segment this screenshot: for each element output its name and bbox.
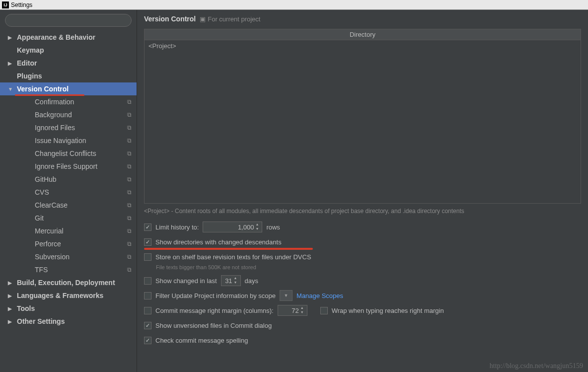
project-scope-icon: ⧉	[127, 215, 132, 222]
chevron-right-icon: ▶	[8, 61, 14, 66]
sidebar-item-label: Version Control	[17, 85, 69, 93]
sidebar-item-git[interactable]: ▶Git⧉	[0, 212, 137, 224]
store-shelf-checkbox[interactable]	[144, 253, 151, 261]
sidebar-item-ignored-files[interactable]: ▶Ignored Files⧉	[0, 121, 137, 134]
project-scope-icon: ⧉	[127, 163, 132, 170]
manage-scopes-link[interactable]: Manage Scopes	[296, 292, 343, 299]
show-changed-suffix: days	[245, 277, 258, 285]
sidebar-item-label: GitHub	[35, 175, 57, 183]
project-scope-icon: ⧉	[127, 227, 132, 234]
sidebar-item-background[interactable]: ▶Background⧉	[0, 108, 137, 121]
sidebar-item-changelist-conflicts[interactable]: ▶Changelist Conflicts⧉	[0, 147, 137, 160]
sidebar-item-label: Languages & Frameworks	[17, 292, 103, 299]
titlebar: IJ Settings	[0, 0, 588, 10]
spinner-icon[interactable]: ▲▼	[300, 305, 306, 314]
sidebar-item-label: Keymap	[17, 46, 44, 54]
sidebar-item-label: Confirmation	[35, 98, 74, 106]
sidebar-item-subversion[interactable]: ▶Subversion⧉	[0, 250, 137, 263]
sidebar-item-label: Ignore Files Support	[35, 162, 97, 170]
sidebar-item-clearcase[interactable]: ▶ClearCase⧉	[0, 199, 137, 212]
page-title: Version Control	[144, 15, 196, 23]
project-icon: ▣	[200, 15, 206, 23]
settings-tree: ▶Appearance & Behavior▶Keymap▶Editor▶Plu…	[0, 31, 137, 328]
page-subtitle: For current project	[208, 15, 260, 23]
sidebar-item-label: TFS	[35, 266, 48, 274]
chevron-right-icon: ▶	[8, 35, 14, 40]
project-scope-icon: ⧉	[127, 124, 132, 131]
sidebar-item-label: Issue Navigation	[35, 137, 86, 145]
sidebar-item-label: Appearance & Behavior	[17, 33, 95, 41]
check-spelling-checkbox[interactable]	[144, 337, 151, 344]
project-scope-icon: ⧉	[127, 137, 132, 144]
sidebar-item-tools[interactable]: ▶Tools	[0, 302, 137, 315]
check-spelling-label: Check commit message spelling	[155, 337, 248, 344]
sidebar: ⌕ ▶Appearance & Behavior▶Keymap▶Editor▶P…	[0, 10, 137, 372]
show-unversioned-label: Show unversioned files in Commit dialog	[155, 322, 272, 329]
sidebar-item-label: Ignored Files	[35, 124, 75, 132]
commit-margin-label: Commit message right margin (columns):	[155, 307, 274, 314]
sidebar-item-editor[interactable]: ▶Editor	[0, 57, 137, 70]
project-scope-icon: ⧉	[127, 189, 132, 196]
sidebar-item-label: Subversion	[35, 253, 70, 261]
filter-scope-label: Filter Update Project information by sco…	[155, 292, 276, 299]
sidebar-item-label: Changelist Conflicts	[35, 149, 96, 157]
sidebar-item-build-execution-deployment[interactable]: ▶Build, Execution, Deployment	[0, 276, 137, 289]
sidebar-item-issue-navigation[interactable]: ▶Issue Navigation⧉	[0, 134, 137, 147]
sidebar-item-tfs[interactable]: ▶TFS⧉	[0, 263, 137, 276]
sidebar-item-version-control[interactable]: ▼Version Control	[0, 82, 137, 95]
chevron-right-icon: ▶	[8, 319, 14, 324]
sidebar-item-github[interactable]: ▶GitHub⧉	[0, 173, 137, 186]
project-scope-icon: ⧉	[127, 98, 132, 105]
project-scope-icon: ⧉	[127, 253, 132, 260]
sidebar-item-ignore-files-support[interactable]: ▶Ignore Files Support⧉	[0, 160, 137, 173]
sidebar-item-label: Editor	[17, 59, 37, 67]
sidebar-item-perforce[interactable]: ▶Perforce⧉	[0, 237, 137, 250]
directory-table[interactable]: Directory <Project>	[144, 29, 581, 204]
spinner-icon[interactable]: ▲▼	[234, 276, 240, 285]
project-scope-icon: ⧉	[127, 111, 132, 118]
breadcrumb: Version Control ▣ For current project	[144, 15, 581, 23]
sidebar-item-cvs[interactable]: ▶CVS⧉	[0, 186, 137, 199]
chevron-right-icon: ▶	[8, 306, 14, 311]
filter-scope-checkbox[interactable]	[144, 292, 151, 299]
chevron-right-icon: ▶	[8, 293, 14, 298]
sidebar-item-label: Build, Execution, Deployment	[17, 279, 115, 287]
limit-history-suffix: rows	[266, 223, 280, 231]
show-changed-prefix: Show changed in last	[155, 277, 217, 285]
project-scope-icon: ⧉	[127, 266, 132, 273]
directory-header: Directory	[145, 29, 581, 40]
sidebar-item-appearance-behavior[interactable]: ▶Appearance & Behavior	[0, 31, 137, 44]
project-scope-icon: ⧉	[127, 176, 132, 183]
sidebar-item-label: Perforce	[35, 240, 61, 248]
commit-margin-checkbox[interactable]	[144, 307, 151, 314]
limit-history-checkbox[interactable]	[144, 223, 151, 231]
search-input[interactable]	[5, 14, 132, 27]
sidebar-item-label: Other Settings	[17, 317, 65, 325]
sidebar-item-plugins[interactable]: ▶Plugins	[0, 70, 137, 82]
sidebar-item-label: Tools	[17, 304, 35, 312]
spinner-icon[interactable]: ▲▼	[255, 222, 261, 231]
project-scope-icon: ⧉	[127, 202, 132, 209]
limit-history-input[interactable]	[203, 222, 262, 232]
sidebar-item-mercurial[interactable]: ▶Mercurial⧉	[0, 224, 137, 237]
table-row[interactable]: <Project>	[148, 42, 577, 50]
sidebar-item-keymap[interactable]: ▶Keymap	[0, 44, 137, 57]
scope-dropdown[interactable]: ▼	[280, 290, 293, 301]
limit-history-label: Limit history to:	[155, 223, 199, 231]
project-scope-icon: ⧉	[127, 240, 132, 247]
app-icon: IJ	[2, 1, 9, 8]
show-changed-checkbox[interactable]	[144, 277, 151, 285]
sidebar-item-label: Git	[35, 214, 44, 222]
sidebar-item-confirmation[interactable]: ▶Confirmation⧉	[0, 95, 137, 108]
sidebar-item-other-settings[interactable]: ▶Other Settings	[0, 315, 137, 328]
store-shelf-label: Store on shelf base revision texts for f…	[155, 253, 311, 261]
sidebar-item-languages-frameworks[interactable]: ▶Languages & Frameworks	[0, 289, 137, 302]
show-unversioned-checkbox[interactable]	[144, 322, 151, 329]
sidebar-item-label: Background	[35, 111, 72, 119]
chevron-down-icon: ▼	[8, 86, 14, 92]
show-directories-checkbox[interactable]	[144, 238, 151, 246]
content-panel: Version Control ▣ For current project Di…	[137, 10, 588, 372]
wrap-margin-checkbox[interactable]	[320, 307, 328, 314]
project-description: <Project> - Content roots of all modules…	[144, 208, 581, 215]
sidebar-item-label: ClearCase	[35, 201, 68, 209]
